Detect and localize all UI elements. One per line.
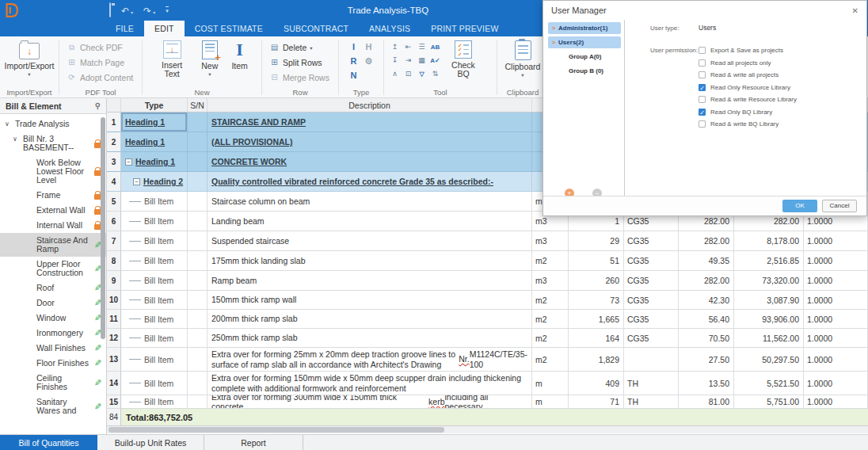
ribbon-tab-edit[interactable]: EDIT xyxy=(144,21,185,36)
checkbox-checked-icon[interactable]: ✓ xyxy=(699,84,706,91)
new-button[interactable]: + New ▾ xyxy=(201,36,218,78)
table-row[interactable]: 15Bill ItemExtra over for forming 300mm … xyxy=(107,395,868,409)
sidebar-item-upper-floor-construction[interactable]: Upper Floor Construction✎ xyxy=(0,257,106,280)
description-cell: Quality controlled vibrated reinforced c… xyxy=(207,172,532,192)
checkbox-unchecked-icon[interactable] xyxy=(699,71,706,78)
match-page-button[interactable]: ⊞ Match Page xyxy=(66,55,142,69)
pin-icon[interactable]: ⚲ xyxy=(95,101,101,110)
sidebar-item-window[interactable]: Window✎ xyxy=(0,311,106,326)
merge-rows-button[interactable]: ⊟ Merge Rows xyxy=(268,71,338,84)
tab-bill-of-quantities[interactable]: Bill of Quantities xyxy=(0,435,97,450)
close-icon[interactable]: ✕ xyxy=(852,6,858,15)
table-row[interactable]: 9Bill ItemRamp beamm3260CG35282.0073,320… xyxy=(107,271,868,291)
user-group-group-a-0[interactable]: Group A(0) xyxy=(548,51,621,63)
sidebar-scrollbar-thumb[interactable] xyxy=(101,117,105,339)
check-bq-button[interactable]: ✓✓✓ Check BQ xyxy=(444,36,483,81)
tab-report[interactable]: Report xyxy=(204,435,303,450)
checkbox-unchecked-icon[interactable] xyxy=(699,59,706,67)
table-row[interactable]: 8Bill Item175mm thick landing slabm251CG… xyxy=(107,251,868,271)
ribbon-tab-file[interactable]: FILE xyxy=(105,21,144,36)
heading-type-icon[interactable]: H xyxy=(361,40,376,54)
item-button[interactable]: I Item xyxy=(231,36,247,78)
sidebar-item-staircase-and-ramp[interactable]: Staircase And Ramp✎ xyxy=(0,233,106,257)
shift-right-icon[interactable]: ⇥ xyxy=(402,54,415,67)
type-label: Bill Item xyxy=(144,334,173,343)
checkbox-unchecked-icon[interactable] xyxy=(699,96,706,103)
collapse-panel-icon[interactable]: ∧ xyxy=(388,67,402,81)
user-group-label: Group A(0) xyxy=(569,53,601,60)
table-row[interactable]: 10Bill Item150mm thick ramp wallm273CG35… xyxy=(107,291,868,310)
checkbox-unchecked-icon[interactable] xyxy=(699,120,706,128)
tab-build-up-unit-rates[interactable]: Build-up Unit Rates xyxy=(97,435,204,450)
adopt-content-button[interactable]: ⟳ Adopt Content xyxy=(66,71,142,84)
horizontal-scrollbar-thumb[interactable] xyxy=(108,427,444,433)
table-row[interactable]: 12Bill Item250mm thick ramp slabm2164CG3… xyxy=(107,329,868,348)
table-row[interactable]: 11Bill Item200mm thick ramp slabm21,665C… xyxy=(107,310,868,329)
table-row[interactable]: 14Bill ItemExtra over for forming 150mm … xyxy=(107,372,868,395)
table-update-icon[interactable]: ▦ xyxy=(415,54,428,67)
spellcheck-icon[interactable]: A✓ xyxy=(428,54,442,67)
move-top-icon[interactable]: ↥ xyxy=(388,40,402,54)
move-bottom-icon[interactable]: ↧ xyxy=(388,54,402,67)
type-label: Bill Item xyxy=(144,397,173,406)
renumber-icon[interactable]: ⇅ xyxy=(428,67,442,81)
sidebar-item-label: Bill Nr. 3 BASEMENT-- xyxy=(23,135,92,152)
insert-text-button[interactable]: ↓ Insert Text xyxy=(156,36,188,78)
ribbon-tab-analysis[interactable]: ANALYSIS xyxy=(359,21,421,36)
rate-type-icon[interactable]: R xyxy=(346,54,361,68)
table-row[interactable]: 13Bill ItemExtra over for forming 25mm x… xyxy=(107,348,868,372)
sidebar-item-trade-analysis[interactable]: ∨Trade Analysis xyxy=(0,116,106,132)
sidebar-item-ceiling-finishes[interactable]: Ceiling Finishes✎ xyxy=(0,371,106,395)
sidebar-item-label: Floor Finishes xyxy=(36,359,92,368)
check-pdf-button[interactable]: ⧉ Check PDF xyxy=(66,40,142,54)
sidebar-item-ironmongery[interactable]: Ironmongery✎ xyxy=(0,326,106,341)
permission-item[interactable]: ✓Read Only BQ Library xyxy=(699,106,797,119)
sidebar-item-work-below-lowest-floor-level[interactable]: Work Below Lowest Floor Level xyxy=(0,155,106,188)
permission-item[interactable]: Export & Save as projects xyxy=(699,44,797,57)
text-style-icon[interactable]: AB xyxy=(428,40,442,54)
type-cell: Bill Item xyxy=(121,310,188,329)
horizontal-scrollbar[interactable] xyxy=(107,426,868,433)
ribbon-tab-cost-estimate[interactable]: COST ESTIMATE xyxy=(185,21,273,36)
sidebar-item-internal-wall[interactable]: Internal Wall xyxy=(0,218,106,233)
clipboard-button[interactable]: Clipboard ▾ xyxy=(497,36,548,78)
sidebar-item-wall-finishes[interactable]: Wall Finishes✎ xyxy=(0,341,106,356)
table-row[interactable]: 7Bill ItemSuspended staircasem329CG35282… xyxy=(107,231,868,251)
sidebar-item-door[interactable]: Door✎ xyxy=(0,296,106,311)
ok-button[interactable]: OK xyxy=(782,200,817,212)
checkbox-checked-icon[interactable]: ✓ xyxy=(699,109,706,116)
ribbon-tab-subcontract[interactable]: SUBCONTRACT xyxy=(273,21,359,36)
permission-item[interactable]: ✓Read Only Resource Library xyxy=(699,82,797,94)
user-group-group-b-0[interactable]: Group B (0) xyxy=(548,65,621,77)
dropdown-cell-icon[interactable]: ⊡ xyxy=(402,67,415,81)
permission-item[interactable]: Read & write Resource Library xyxy=(699,93,797,106)
import-export-button[interactable]: ↓ Import/Export ▾ xyxy=(0,36,59,77)
sidebar-item-sanitary-wares-and[interactable]: Sanitary Wares and✎ xyxy=(0,395,106,418)
sidebar-item-external-wall[interactable]: External Wall xyxy=(0,203,106,218)
sidebar-item-frame[interactable]: Frame xyxy=(0,188,106,203)
user-group-users-2[interactable]: >Users(2) xyxy=(548,36,621,48)
sidebar-item-roof[interactable]: Roof✎ xyxy=(0,280,106,296)
ribbon-tab-print-preview[interactable]: PRINT PREVIEW xyxy=(421,21,508,36)
cancel-button[interactable]: Cancel xyxy=(822,200,857,212)
sidebar-item-floor-finishes[interactable]: Floor Finishes✎ xyxy=(0,356,106,371)
collapse-icon[interactable]: − xyxy=(125,158,132,166)
permission-item[interactable]: Read & write BQ Library xyxy=(699,118,797,131)
list-options-icon[interactable]: ☰ xyxy=(415,40,428,54)
sidebar-item-bill-nr-3-basement[interactable]: ∨Bill Nr. 3 BASEMENT-- xyxy=(0,132,106,155)
permission-item[interactable]: Read & write all projects xyxy=(699,69,797,82)
split-rows-button[interactable]: ⊞ Split Rows xyxy=(268,55,338,69)
shift-left-icon[interactable]: ⇤ xyxy=(402,40,415,54)
delete-rows-button[interactable]: ▤ Delete ▾ xyxy=(268,40,338,54)
user-group-administrator-1[interactable]: >Administrator(1) xyxy=(548,22,621,34)
note-type-icon[interactable]: N xyxy=(346,68,361,82)
quantity-cell: 1,829 xyxy=(569,348,624,372)
permission-item[interactable]: Read all projects only xyxy=(699,57,797,70)
item-type-icon[interactable]: I xyxy=(346,40,361,54)
type-settings-icon[interactable]: ⚙ xyxy=(361,54,376,68)
row-number: 8 xyxy=(107,251,121,271)
checkbox-unchecked-icon[interactable] xyxy=(699,47,706,54)
filter-icon[interactable]: ▽ xyxy=(415,67,428,81)
unit-cell: m2 xyxy=(532,348,569,372)
collapse-icon[interactable]: − xyxy=(133,178,140,185)
